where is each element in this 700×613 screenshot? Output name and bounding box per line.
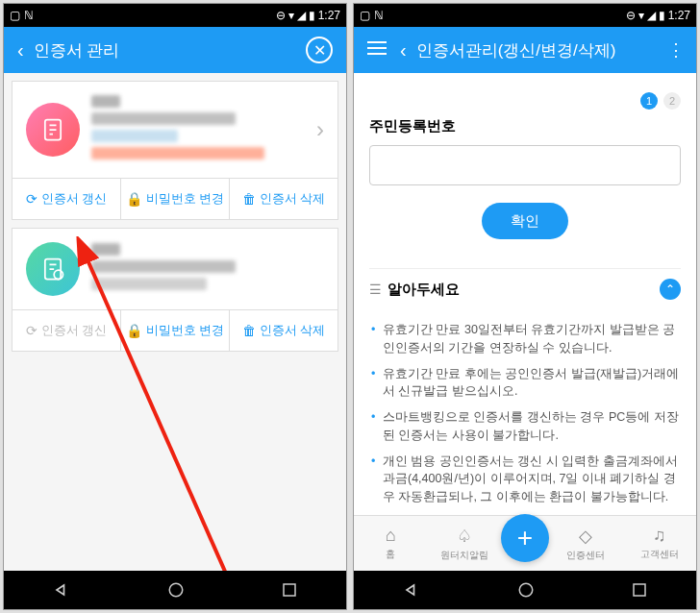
- doc-icon: ☰: [369, 282, 382, 297]
- renew-icon: ⟳: [26, 191, 38, 207]
- close-button[interactable]: ✕: [306, 37, 333, 63]
- cert-row[interactable]: [12, 229, 338, 309]
- renew-icon: ⟳: [26, 323, 38, 338]
- renew-button[interactable]: ⟳인증서 갱신: [12, 179, 121, 219]
- step-1: 1: [640, 92, 658, 110]
- wifi-icon: ▾: [288, 9, 294, 22]
- app-header: ‹ 인증서관리(갱신/변경/삭제) ⋮: [354, 27, 696, 73]
- tab-cs[interactable]: ♫고객센터: [623, 526, 697, 561]
- notice-item: 유효기간 만료 30일전부터 유효기간까지 발급받은 공인인증서의 기간을 연장…: [369, 317, 681, 361]
- statusbar: ▢ ℕ ⊖ ▾ ◢ ▮ 1:27: [354, 4, 696, 27]
- nav-recent-icon[interactable]: [631, 581, 648, 599]
- tab-home[interactable]: ⌂홈: [354, 526, 428, 561]
- nav-home-icon[interactable]: [167, 581, 185, 599]
- confirm-button[interactable]: 확인: [482, 203, 568, 239]
- nfc-icon: ℕ: [374, 9, 384, 22]
- step-indicator: 1 2: [369, 92, 681, 110]
- nav-home-icon[interactable]: [517, 581, 535, 599]
- nfc-icon: ℕ: [24, 9, 34, 22]
- change-pw-button[interactable]: 🔒비밀번호 변경: [121, 310, 230, 351]
- back-icon[interactable]: ‹: [400, 39, 407, 61]
- cert-text-blurred: [91, 243, 324, 295]
- more-icon[interactable]: ⋮: [667, 39, 683, 61]
- android-navbar: [4, 571, 346, 609]
- bell-icon: ♤: [428, 526, 502, 547]
- wifi-icon: ▾: [638, 9, 644, 22]
- clock: 1:27: [668, 9, 690, 22]
- home-icon: ⌂: [354, 526, 428, 546]
- delete-button[interactable]: 🗑인증서 삭제: [230, 310, 338, 351]
- cert-text-blurred: [91, 95, 316, 164]
- signal-icon: ◢: [647, 9, 656, 22]
- battery-icon: ▮: [659, 9, 665, 22]
- bottom-tabbar: ⌂홈 ♤원터치알림 + ◇인증센터 ♫고객센터: [354, 515, 696, 571]
- notice-title: 알아두세요: [388, 281, 660, 299]
- cert-card-1: › ⟳인증서 갱신 🔒비밀번호 변경 🗑인증서 삭제: [12, 81, 338, 220]
- tab-add[interactable]: +: [501, 514, 549, 562]
- image-icon: ▢: [10, 9, 20, 22]
- main-content: 1 2 주민등록번호 확인 ☰ 알아두세요 ⌃ 유효기간 만료 30일전부터 유…: [354, 73, 696, 515]
- nav-recent-icon[interactable]: [281, 581, 298, 599]
- image-icon: ▢: [360, 9, 370, 22]
- clock: 1:27: [318, 9, 340, 22]
- svg-point-4: [169, 583, 183, 597]
- statusbar: ▢ ℕ ⊖ ▾ ◢ ▮ 1:27: [4, 4, 346, 27]
- notice-item: 유효기간 만료 후에는 공인인증서 발급(재발급)거래에서 신규발급 받으십시오…: [369, 361, 681, 405]
- svg-rect-10: [634, 584, 645, 596]
- svg-point-2: [54, 270, 62, 279]
- cert-actions: ⟳인증서 갱신 🔒비밀번호 변경 🗑인증서 삭제: [12, 178, 338, 219]
- cert-row[interactable]: ›: [12, 82, 338, 178]
- cert-card-2: ⟳인증서 갱신 🔒비밀번호 변경 🗑인증서 삭제: [12, 228, 338, 352]
- notice-header[interactable]: ☰ 알아두세요 ⌃: [369, 268, 681, 309]
- signal-icon: ◢: [297, 9, 306, 22]
- lock-icon: 🔒: [126, 323, 142, 338]
- back-icon[interactable]: ‹: [17, 39, 24, 61]
- plus-icon: +: [517, 523, 533, 553]
- notice-list: 유효기간 만료 30일전부터 유효기간까지 발급받은 공인인증서의 기간을 연장…: [369, 309, 681, 515]
- menu-icon[interactable]: [367, 40, 387, 61]
- cert-icon: [26, 242, 80, 296]
- app-header: ‹ 인증서 관리 ✕: [4, 27, 346, 73]
- notice-item: 개인 범용 공인인증서는 갱신 시 입력한 출금계좌에서 과금(4,400원/년…: [369, 449, 681, 510]
- nav-back-icon[interactable]: [402, 580, 421, 600]
- cert-actions: ⟳인증서 갱신 🔒비밀번호 변경 🗑인증서 삭제: [12, 309, 338, 351]
- svg-point-9: [519, 583, 533, 597]
- battery-icon: ▮: [309, 9, 315, 22]
- delete-button[interactable]: 🗑인증서 삭제: [230, 179, 338, 219]
- android-navbar: [354, 571, 696, 609]
- tab-alert[interactable]: ♤원터치알림: [428, 526, 502, 562]
- tab-cert[interactable]: ◇인증센터: [549, 526, 623, 562]
- cert-list: › ⟳인증서 갱신 🔒비밀번호 변경 🗑인증서 삭제 ⟳인: [4, 73, 346, 571]
- dnd-icon: ⊖: [276, 9, 286, 22]
- page-title: 인증서관리(갱신/변경/삭제): [416, 39, 616, 61]
- chevron-right-icon: ›: [316, 116, 324, 143]
- chevron-up-icon[interactable]: ⌃: [660, 279, 681, 300]
- step-2: 2: [663, 92, 681, 110]
- change-pw-button[interactable]: 🔒비밀번호 변경: [121, 179, 230, 219]
- cert-icon: [26, 103, 80, 157]
- ssn-input[interactable]: [369, 145, 681, 185]
- phone-right: ▢ ℕ ⊖ ▾ ◢ ▮ 1:27 ‹ 인증서관리(갱신/변경/삭제) ⋮ 1 2…: [353, 3, 697, 610]
- shield-icon: ◇: [549, 526, 623, 547]
- phone-left: ▢ ℕ ⊖ ▾ ◢ ▮ 1:27 ‹ 인증서 관리 ✕: [3, 3, 347, 610]
- lock-icon: 🔒: [126, 191, 142, 207]
- trash-icon: 🗑: [242, 191, 256, 207]
- notice-item: 스마트뱅킹으로 인증서를 갱신하는 경우 PC등에 저장된 인증서는 사용이 불…: [369, 405, 681, 449]
- ssn-label: 주민등록번호: [369, 117, 681, 135]
- nav-back-icon[interactable]: [52, 580, 71, 600]
- renew-button-disabled: ⟳인증서 갱신: [12, 310, 121, 351]
- headset-icon: ♫: [623, 526, 697, 546]
- svg-rect-5: [284, 584, 295, 596]
- trash-icon: 🗑: [242, 323, 256, 338]
- dnd-icon: ⊖: [626, 9, 636, 22]
- page-title: 인증서 관리: [34, 39, 120, 61]
